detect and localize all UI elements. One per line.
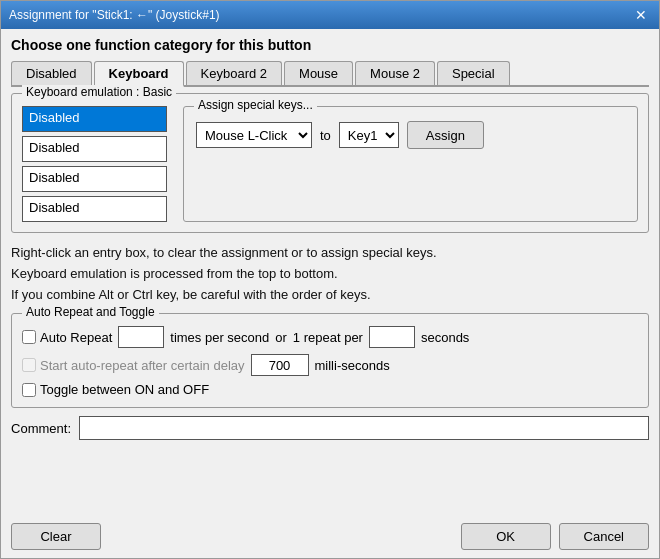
keyboard-basic-title: Keyboard emulation : Basic <box>22 85 176 99</box>
bottom-bar: Clear OK Cancel <box>1 515 659 558</box>
ok-button[interactable]: OK <box>461 523 551 550</box>
one-repeat-per-label: 1 repeat per <box>293 330 363 345</box>
content-area: Choose one function category for this bu… <box>1 29 659 515</box>
start-delay-label: Start auto-repeat after certain delay <box>40 358 245 373</box>
auto-repeat-group: Auto Repeat and Toggle Auto Repeat times… <box>11 313 649 408</box>
dropdown2-wrapper[interactable]: Key1 Key2 Key3 Key4 <box>339 122 399 148</box>
comment-input[interactable] <box>79 416 649 440</box>
milli-label: milli-seconds <box>315 358 390 373</box>
times-per-second-input[interactable] <box>118 326 164 348</box>
keyboard-basic-group: Keyboard emulation : Basic Disabled Disa… <box>11 93 649 233</box>
entry-box-3[interactable]: Disabled <box>22 166 167 192</box>
assign-special-group: Assign special keys... Mouse L-Click Mou… <box>183 106 638 222</box>
tab-keyboard2[interactable]: Keyboard 2 <box>186 61 283 85</box>
comment-row: Comment: <box>11 416 649 440</box>
special-key-dropdown[interactable]: Mouse L-Click Mouse R-Click Mouse M-Clic… <box>197 123 311 147</box>
window-title: Assignment for "Stick1: ←" (Joystick#1) <box>9 8 220 22</box>
info-line-1: Right-click an entry box, to clear the a… <box>11 243 649 264</box>
seconds-label: seconds <box>421 330 469 345</box>
info-line-2: Keyboard emulation is processed from the… <box>11 264 649 285</box>
tab-mouse2[interactable]: Mouse 2 <box>355 61 435 85</box>
start-delay-checkbox[interactable] <box>22 358 36 372</box>
main-window: Assignment for "Stick1: ←" (Joystick#1) … <box>0 0 660 559</box>
entry-box-2[interactable]: Disabled <box>22 136 167 162</box>
keyboard-basic-content: Disabled Disabled Disabled Disabled Assi… <box>22 106 638 222</box>
key-target-dropdown[interactable]: Key1 Key2 Key3 Key4 <box>340 123 398 147</box>
milli-seconds-input[interactable] <box>251 354 309 376</box>
bottom-right-buttons: OK Cancel <box>461 523 649 550</box>
entry-box-1[interactable]: Disabled <box>22 106 167 132</box>
assign-button[interactable]: Assign <box>407 121 484 149</box>
close-button[interactable]: ✕ <box>631 8 651 22</box>
toggle-checkbox[interactable] <box>22 383 36 397</box>
entry-boxes: Disabled Disabled Disabled Disabled <box>22 106 167 222</box>
repeat-per-seconds-input[interactable] <box>369 326 415 348</box>
info-text: Right-click an entry box, to clear the a… <box>11 243 649 305</box>
tab-disabled[interactable]: Disabled <box>11 61 92 85</box>
or-label: or <box>275 330 287 345</box>
auto-repeat-row2: Start auto-repeat after certain delay mi… <box>22 354 638 376</box>
times-per-second-label: times per second <box>170 330 269 345</box>
clear-button[interactable]: Clear <box>11 523 101 550</box>
auto-repeat-checkbox[interactable] <box>22 330 36 344</box>
entry-box-4[interactable]: Disabled <box>22 196 167 222</box>
auto-repeat-row3: Toggle between ON and OFF <box>22 382 638 397</box>
auto-repeat-title: Auto Repeat and Toggle <box>22 305 159 319</box>
auto-repeat-label: Auto Repeat <box>40 330 112 345</box>
tab-mouse[interactable]: Mouse <box>284 61 353 85</box>
assign-row: Mouse L-Click Mouse R-Click Mouse M-Clic… <box>196 121 625 149</box>
comment-label: Comment: <box>11 421 71 436</box>
auto-repeat-checkbox-label[interactable]: Auto Repeat <box>22 330 112 345</box>
info-line-3: If you combine Alt or Ctrl key, be caref… <box>11 285 649 306</box>
tab-special[interactable]: Special <box>437 61 510 85</box>
toggle-checkbox-label[interactable]: Toggle between ON and OFF <box>22 382 209 397</box>
tab-keyboard[interactable]: Keyboard <box>94 61 184 87</box>
toggle-label: Toggle between ON and OFF <box>40 382 209 397</box>
title-bar: Assignment for "Stick1: ←" (Joystick#1) … <box>1 1 659 29</box>
page-heading: Choose one function category for this bu… <box>11 37 649 53</box>
tab-bar: Disabled Keyboard Keyboard 2 Mouse Mouse… <box>11 61 649 87</box>
auto-repeat-row1: Auto Repeat times per second or 1 repeat… <box>22 326 638 348</box>
cancel-button[interactable]: Cancel <box>559 523 649 550</box>
to-label: to <box>320 128 331 143</box>
start-delay-checkbox-label: Start auto-repeat after certain delay <box>22 358 245 373</box>
assign-special-title: Assign special keys... <box>194 98 317 112</box>
dropdown1-wrapper[interactable]: Mouse L-Click Mouse R-Click Mouse M-Clic… <box>196 122 312 148</box>
